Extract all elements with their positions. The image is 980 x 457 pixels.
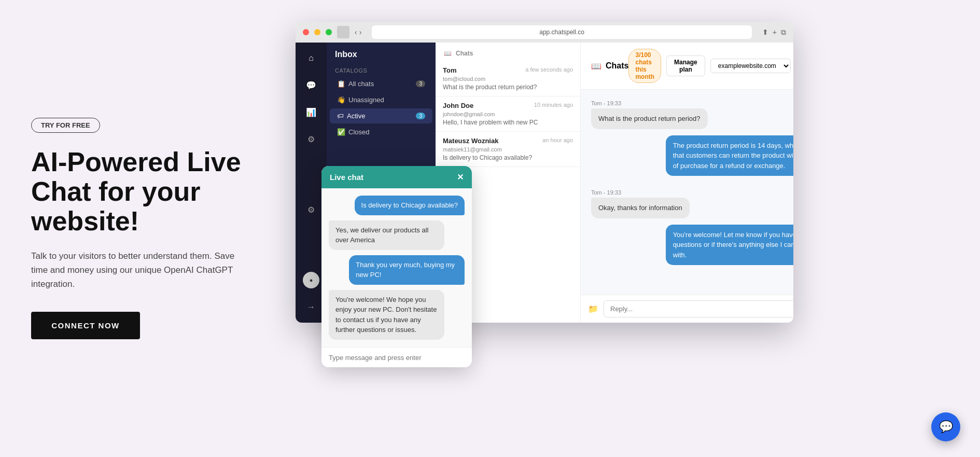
- active-icon: 🏷: [337, 112, 344, 120]
- tab-icon: [337, 26, 349, 38]
- nav-arrows: ‹ ›: [355, 28, 361, 36]
- avatar[interactable]: ●: [303, 272, 319, 288]
- chat-header-actions: 3/100 chats this month Manage plan examp…: [628, 49, 793, 83]
- active-badge: 3: [416, 113, 425, 119]
- live-chat-popup: Live chat ✕ Is delivery to Chicago avail…: [321, 166, 472, 367]
- chat-item-tom[interactable]: Tom a few seconds ago tom@icloud.com Wha…: [436, 61, 580, 96]
- message-4: You're welcome! Let me know if you have …: [591, 225, 793, 266]
- hero-subtitle: Talk to your visitors to better understa…: [31, 249, 249, 292]
- live-chat-title: Live chat: [330, 173, 363, 182]
- live-chat-header: Live chat ✕: [321, 166, 472, 188]
- messages-area: Tom - 19:33 What is the product return p…: [581, 90, 793, 295]
- address-bar[interactable]: app.chatspell.co: [372, 25, 751, 39]
- chat-widget-icon: 💬: [939, 420, 953, 434]
- hero-title: AI-Powered Live Chat for your website!: [31, 147, 259, 237]
- lc-msg-3: Thank you very much, buying my new PC!: [349, 255, 465, 285]
- live-chat-messages: Is delivery to Chicago available? Yes, w…: [321, 188, 472, 347]
- message-3: Tom - 19:33 Okay, thanks for information: [591, 189, 793, 218]
- sidebar-home-icon[interactable]: ⌂: [303, 50, 319, 66]
- chat-item-john[interactable]: John Doe 10 minutes ago johndoe@gmail.co…: [436, 96, 580, 132]
- browser-chrome: ‹ › app.chatspell.co ⬆ + ⧉: [296, 22, 793, 43]
- sidebar-logout-icon[interactable]: →: [303, 299, 319, 315]
- website-select[interactable]: examplewebsite.com: [710, 59, 791, 73]
- message-2: The product return period is 14 days, wh…: [591, 135, 793, 184]
- filter-unassigned[interactable]: 👋 Unassigned: [330, 92, 432, 107]
- bubble-user-2: Okay, thanks for information: [591, 198, 690, 218]
- chats-book-icon: 📖: [591, 61, 601, 71]
- live-chat-close-button[interactable]: ✕: [457, 172, 464, 182]
- month-badge: 3/100 chats this month: [628, 49, 661, 83]
- bubble-agent-2: You're welcome! Let me know if you have …: [666, 225, 793, 266]
- catalogs-label: Catalogs: [327, 64, 436, 76]
- sidebar-integration-icon[interactable]: ⚙: [303, 131, 319, 147]
- connect-now-button[interactable]: CONNECT NOW: [31, 312, 140, 339]
- fullscreen-dot[interactable]: [326, 29, 332, 35]
- floating-chat-widget[interactable]: 💬: [931, 412, 960, 441]
- unassigned-label: Unassigned: [348, 96, 384, 104]
- lc-msg-2: Yes, we deliver our products all over Am…: [329, 220, 444, 250]
- sidebar-chat-icon[interactable]: 💬: [303, 77, 319, 93]
- chat-item-mateusz[interactable]: Mateusz Wozniak an hour ago matisiek11@g…: [436, 132, 580, 167]
- reply-bar: 📁 😊 ➤: [581, 295, 793, 323]
- bubble-user-1: What is the product return period?: [591, 108, 708, 129]
- all-chats-badge: 3: [416, 80, 425, 87]
- chats-title: 📖 Chats: [591, 61, 628, 71]
- all-chats-icon: 📋: [337, 80, 345, 88]
- chat-list-header: 📖 Chats: [436, 43, 580, 61]
- attachment-icon[interactable]: 📁: [588, 304, 598, 314]
- filter-closed[interactable]: ✅ Closed: [330, 124, 432, 140]
- inbox-title: Inbox: [327, 43, 436, 64]
- tabs-icon[interactable]: ⧉: [781, 28, 786, 37]
- forward-arrow[interactable]: ›: [359, 28, 362, 36]
- bubble-agent-1: The product return period is 14 days, wh…: [666, 135, 793, 176]
- filter-active[interactable]: 🏷 Active 3: [330, 108, 432, 123]
- filter-all-chats[interactable]: 📋 All chats 3: [330, 76, 432, 91]
- lc-msg-4: You're welcome! We hope you enjoy your n…: [329, 290, 444, 340]
- message-1: Tom - 19:33 What is the product return p…: [591, 100, 793, 129]
- sidebar-settings-icon[interactable]: ⚙: [303, 201, 319, 218]
- lc-msg-1: Is delivery to Chicago available?: [355, 196, 465, 215]
- chat-main: 📖 Chats 3/100 chats this month Manage pl…: [581, 43, 793, 323]
- live-chat-input-area: [321, 347, 472, 367]
- minimize-dot[interactable]: [314, 29, 320, 35]
- all-chats-label: All chats: [348, 80, 374, 88]
- back-arrow[interactable]: ‹: [355, 28, 357, 36]
- manage-plan-button[interactable]: Manage plan: [666, 56, 705, 76]
- sidebar-chart-icon[interactable]: 📊: [303, 104, 319, 120]
- chat-list-book-icon: 📖: [444, 50, 452, 57]
- active-label: Active: [347, 112, 365, 120]
- closed-icon: ✅: [337, 128, 345, 136]
- closed-label: Closed: [348, 128, 369, 136]
- new-tab-icon[interactable]: +: [773, 28, 777, 36]
- reply-input[interactable]: [604, 300, 793, 317]
- unassigned-icon: 👋: [337, 96, 345, 104]
- browser-actions: ⬆ + ⧉: [762, 28, 786, 37]
- hero-section: TRY FOR FREE AI-Powered Live Chat for yo…: [0, 0, 290, 457]
- chat-header: 📖 Chats 3/100 chats this month Manage pl…: [581, 43, 793, 90]
- share-icon[interactable]: ⬆: [762, 28, 768, 36]
- live-chat-input[interactable]: [329, 354, 465, 362]
- close-dot[interactable]: [303, 29, 309, 35]
- try-badge[interactable]: TRY FOR FREE: [31, 118, 100, 133]
